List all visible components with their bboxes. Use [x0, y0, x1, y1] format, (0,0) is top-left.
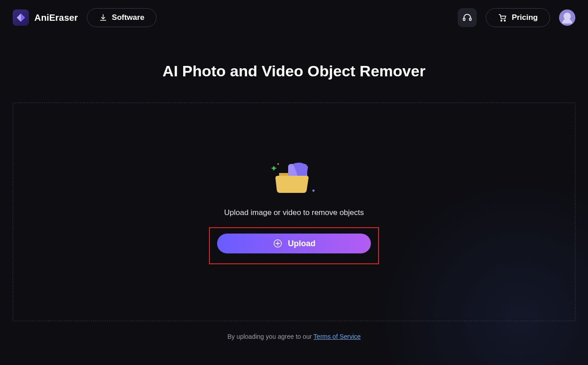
- download-icon: [99, 14, 107, 22]
- svg-rect-3: [469, 18, 471, 20]
- pricing-button[interactable]: Pricing: [486, 8, 550, 27]
- page-title: AI Photo and Video Object Remover: [13, 62, 575, 80]
- brand[interactable]: AniEraser: [13, 9, 78, 26]
- plus-circle-icon: [273, 239, 283, 248]
- svg-marker-6: [271, 166, 277, 171]
- svg-marker-7: [277, 163, 279, 165]
- agree-line: By uploading you agree to our Terms of S…: [13, 333, 575, 340]
- pricing-label: Pricing: [512, 13, 538, 22]
- svg-point-5: [504, 20, 506, 21]
- support-button[interactable]: [458, 8, 477, 27]
- upload-dropzone[interactable]: Upload image or video to remove objects …: [13, 103, 575, 321]
- upload-hint: Upload image or video to remove objects: [224, 208, 364, 217]
- svg-rect-2: [464, 18, 465, 20]
- app-logo-icon: [13, 9, 29, 26]
- headset-icon: [462, 13, 472, 23]
- svg-marker-1: [21, 14, 25, 22]
- main: AI Photo and Video Object Remover Upload: [0, 62, 588, 340]
- upload-button[interactable]: Upload: [217, 234, 371, 253]
- svg-marker-9: [312, 189, 315, 192]
- software-button[interactable]: Software: [87, 8, 156, 27]
- upload-label: Upload: [288, 239, 316, 248]
- software-label: Software: [112, 13, 144, 22]
- tos-link[interactable]: Terms of Service: [313, 333, 360, 340]
- header: AniEraser Software Pricing: [0, 0, 588, 35]
- avatar-body-icon: [562, 19, 572, 23]
- upload-highlight-box: Upload: [209, 227, 379, 264]
- svg-point-4: [501, 20, 503, 21]
- app-name: AniEraser: [34, 13, 78, 23]
- agree-prefix: By uploading you agree to our: [228, 333, 313, 340]
- folder-illustration-icon: [269, 159, 319, 198]
- cart-icon: [498, 13, 507, 22]
- avatar[interactable]: [559, 9, 575, 26]
